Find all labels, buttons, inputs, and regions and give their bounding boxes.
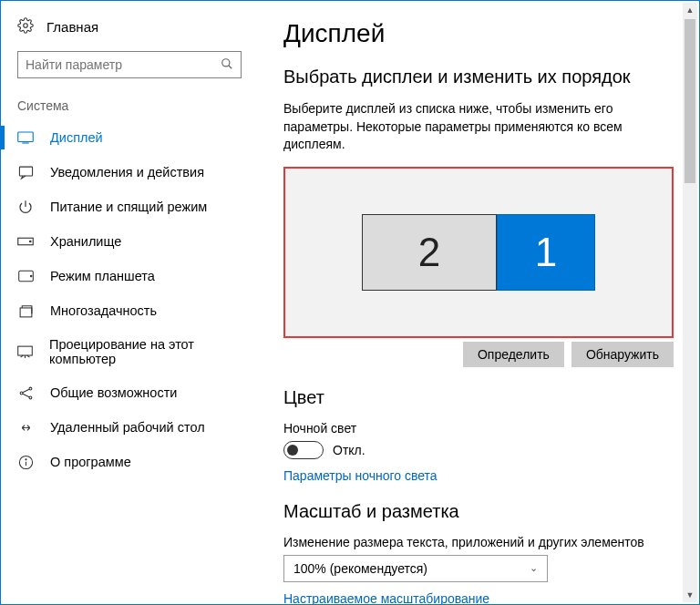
identify-button[interactable]: Определить <box>463 342 564 367</box>
night-light-label: Ночной свет <box>283 421 674 436</box>
monitor-1[interactable]: 1 <box>497 214 595 291</box>
remote-icon <box>17 419 34 436</box>
search-input[interactable] <box>26 57 221 72</box>
night-light-toggle[interactable] <box>283 441 324 459</box>
main-panel: Дисплей Выбрать дисплеи и изменить их по… <box>258 1 699 604</box>
custom-scaling-link[interactable]: Настраиваемое масштабирование <box>283 591 489 604</box>
sidebar-item-multitask[interactable]: Многозадачность <box>1 293 258 328</box>
nav-label: Многозадачность <box>50 303 157 318</box>
group-title: Система <box>1 98 258 120</box>
display-arrangement[interactable]: 2 1 <box>283 167 674 338</box>
toggle-state: Откл. <box>333 443 365 457</box>
sidebar-item-power[interactable]: Питание и спящий режим <box>1 190 258 224</box>
sidebar-item-about[interactable]: О программе <box>1 445 258 479</box>
svg-point-8 <box>30 241 32 242</box>
sidebar-item-tablet[interactable]: Режим планшета <box>1 259 258 293</box>
scale-title: Масштаб и разметка <box>283 501 674 522</box>
svg-point-15 <box>29 396 32 399</box>
scrollbar[interactable]: ▲ ▼ <box>683 3 697 602</box>
select-displays-title: Выбрать дисплеи и изменить их порядок <box>283 67 674 87</box>
svg-point-18 <box>25 458 26 459</box>
sidebar-item-storage[interactable]: Хранилище <box>1 224 258 259</box>
svg-point-13 <box>20 392 23 395</box>
sidebar-item-display[interactable]: Дисплей <box>1 120 258 155</box>
sidebar-item-notifications[interactable]: Уведомления и действия <box>1 155 258 190</box>
monitor-icon <box>17 129 34 146</box>
search-icon <box>221 57 233 73</box>
scale-value: 100% (рекомендуется) <box>293 561 427 576</box>
power-icon <box>17 199 34 215</box>
night-light-settings-link[interactable]: Параметры ночного света <box>283 468 674 483</box>
scale-desc: Изменение размера текста, приложений и д… <box>283 535 674 549</box>
detect-button[interactable]: Обнаружить <box>571 342 674 367</box>
search-box[interactable] <box>17 51 242 78</box>
scroll-up-icon[interactable]: ▲ <box>683 3 697 17</box>
home-label: Главная <box>46 19 98 35</box>
project-icon <box>17 344 33 360</box>
gear-icon <box>17 17 34 36</box>
tablet-icon <box>17 268 34 284</box>
monitor-2[interactable]: 2 <box>362 214 497 291</box>
storage-icon <box>17 233 34 250</box>
sidebar-item-shared[interactable]: Общие возможности <box>1 375 258 410</box>
nav-label: Проецирование на этот компьютер <box>49 337 242 366</box>
svg-rect-11 <box>20 307 32 316</box>
scale-dropdown[interactable]: 100% (рекомендуется) ⌄ <box>283 555 548 582</box>
svg-line-2 <box>229 65 232 68</box>
svg-rect-12 <box>18 346 33 355</box>
nav-label: Хранилище <box>50 234 121 249</box>
svg-rect-3 <box>18 132 34 142</box>
sidebar: Главная Система Дисплей Уведомления и де… <box>1 1 258 604</box>
svg-point-0 <box>24 24 28 28</box>
nav-label: Уведомления и действия <box>50 165 204 179</box>
chevron-down-icon: ⌄ <box>530 562 538 574</box>
svg-point-14 <box>29 387 32 390</box>
chat-icon <box>17 164 34 180</box>
scrollbar-thumb[interactable] <box>685 19 695 183</box>
page-title: Дисплей <box>283 19 674 48</box>
share-icon <box>17 385 34 401</box>
nav-label: Режим планшета <box>50 269 155 283</box>
svg-point-10 <box>30 275 31 276</box>
sidebar-item-projecting[interactable]: Проецирование на этот компьютер <box>1 328 258 375</box>
multitask-icon <box>17 302 34 319</box>
home-link[interactable]: Главная <box>1 17 258 51</box>
select-displays-desc: Выберите дисплей из списка ниже, чтобы и… <box>283 100 674 154</box>
nav-label: Удаленный рабочий стол <box>50 420 205 435</box>
svg-rect-5 <box>19 167 32 176</box>
info-icon <box>17 454 34 470</box>
nav-label: Питание и спящий режим <box>50 200 207 214</box>
scroll-down-icon[interactable]: ▼ <box>683 588 697 602</box>
nav-label: О программе <box>50 455 131 469</box>
nav-label: Дисплей <box>50 130 103 145</box>
nav-label: Общие возможности <box>50 385 177 400</box>
sidebar-item-remote[interactable]: Удаленный рабочий стол <box>1 410 258 445</box>
svg-point-1 <box>222 58 230 66</box>
color-title: Цвет <box>283 387 674 408</box>
